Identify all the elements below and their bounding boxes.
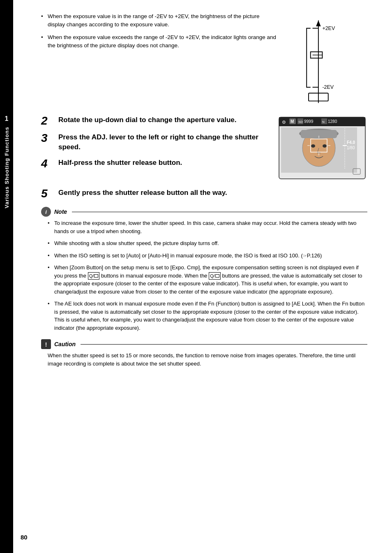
svg-text:9999: 9999 <box>304 119 314 124</box>
caution-icon: ! <box>41 339 51 349</box>
camera-screen-svg: ⚙ M SD 9999 N 1280 <box>277 115 367 181</box>
sidebar-label: Various Shooting Functions <box>4 127 10 208</box>
steps-with-image: 2 Rotate the up-down dial to change the … <box>41 115 367 182</box>
caution-icon-svg: ! <box>42 340 51 349</box>
step-2-text: Rotate the up-down dial to change the ap… <box>58 115 269 125</box>
zoom-symbol-2: Q/ <box>209 272 221 280</box>
caution-section: ! Caution When the shutter speed is set … <box>41 339 367 368</box>
step-2-number: 2 <box>41 115 53 127</box>
note-bullet-5: The AE lock does not work in manual expo… <box>48 300 367 332</box>
svg-point-24 <box>311 144 315 148</box>
camera-image-container: ⚙ M SD 9999 N 1280 <box>277 115 367 182</box>
step-4-text: Half-press the shutter release button. <box>58 158 269 168</box>
bullet-item-2: When the exposure value exceeds the rang… <box>41 33 277 50</box>
note-bullet-1: To increase the exposure time, lower the… <box>48 219 367 235</box>
step-5-number: 5 <box>41 188 53 199</box>
svg-text:1280: 1280 <box>328 119 337 124</box>
svg-text:+2EV: +2EV <box>322 25 335 31</box>
note-section: i Note To increase the exposure time, lo… <box>41 207 367 332</box>
exposure-diagram-svg: +2EV -2EV <box>289 16 363 107</box>
sidebar-number: 1 <box>5 115 9 123</box>
step-4: 4 Half-press the shutter release button. <box>41 158 269 169</box>
top-section: When the exposure value is in the range … <box>41 12 367 107</box>
step-3: 3 Press the ADJ. lever to the left or ri… <box>41 132 269 152</box>
step-4-number: 4 <box>41 158 53 169</box>
step-2: 2 Rotate the up-down dial to change the … <box>41 115 269 127</box>
svg-text:M: M <box>291 119 294 124</box>
step-5: 5 Gently press the shutter release butto… <box>41 188 367 199</box>
step-3-text: Press the ADJ. lever to the left or righ… <box>58 132 269 152</box>
caution-divider <box>81 344 367 345</box>
page-number: 80 <box>21 534 28 541</box>
bullet-item-1: When the exposure value is in the range … <box>41 12 277 29</box>
buttons-label: buttons <box>222 273 240 279</box>
svg-text:1/80: 1/80 <box>347 146 355 150</box>
exposure-diagram: +2EV -2EV <box>285 12 367 107</box>
caution-text: When the shutter speed is set to 15 or m… <box>41 352 367 368</box>
note-divider <box>72 212 367 212</box>
intro-bullet-list: When the exposure value is in the range … <box>41 12 277 50</box>
step-5-text: Gently press the shutter release button … <box>58 188 367 198</box>
svg-text:F4.0: F4.0 <box>347 140 355 145</box>
note-bullet-3: When the ISO setting is set to [Auto] or… <box>48 252 367 260</box>
svg-text:i: i <box>45 209 47 215</box>
note-icon-svg: i <box>42 207 51 216</box>
caution-title: Caution <box>54 341 76 347</box>
note-bullet-4: When [Zoom Button] on the setup menu is … <box>48 264 367 296</box>
note-header: i Note <box>41 207 367 217</box>
caution-header: ! Caution <box>41 339 367 349</box>
note-icon: i <box>41 207 51 217</box>
top-bullets-container: When the exposure value is in the range … <box>41 12 277 107</box>
note-title: Note <box>54 208 67 215</box>
main-content: When the exposure value is in the range … <box>41 12 367 368</box>
note-bullet-2: While shooting with a slow shutter speed… <box>48 239 367 248</box>
step-3-number: 3 <box>41 132 53 144</box>
note-bullet-list: To increase the exposure time, lower the… <box>41 219 367 332</box>
steps-left: 2 Rotate the up-down dial to change the … <box>41 115 269 182</box>
sidebar: 1 Various Shooting Functions <box>0 0 13 553</box>
page-container: 1 Various Shooting Functions 80 When the… <box>0 0 392 553</box>
svg-text:-2EV: -2EV <box>322 84 334 90</box>
svg-text:N: N <box>322 120 325 124</box>
svg-text:!: ! <box>45 341 47 348</box>
svg-text:⚙: ⚙ <box>282 120 286 125</box>
svg-marker-2 <box>316 21 321 26</box>
zoom-symbol-1: Q/ <box>88 272 100 280</box>
svg-point-25 <box>323 144 327 148</box>
svg-text:SD: SD <box>298 120 303 124</box>
